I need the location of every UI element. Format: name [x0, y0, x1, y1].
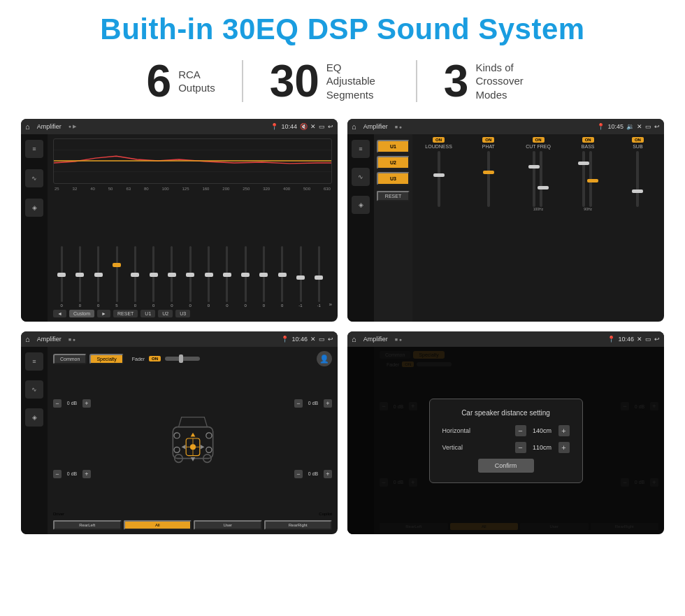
vol-rr-plus[interactable]: + — [324, 470, 332, 478]
loudness-on-badge[interactable]: ON — [433, 137, 445, 143]
all-btn[interactable]: All — [124, 520, 192, 530]
bass-on-badge[interactable]: ON — [582, 137, 594, 143]
speaker-main: Common Specialty Fader ON 👤 — [48, 347, 338, 534]
rearleft-btn[interactable]: RearLeft — [53, 520, 122, 530]
eq-slider-7[interactable]: 0 — [182, 246, 199, 308]
preset-u3-btn[interactable]: U3 — [377, 172, 410, 185]
screen2-home-icon[interactable]: ⌂ — [352, 122, 356, 131]
vol-control-fl: − 0 dB + — [53, 399, 91, 408]
eq-slider-4[interactable]: 0 — [127, 246, 143, 308]
eq-freq-labels: 253240506380100125160200250320400500630 — [53, 187, 332, 191]
vol-fl-minus[interactable]: − — [53, 399, 62, 408]
eq-wave-icon[interactable]: ∿ — [25, 169, 43, 187]
svg-marker-19 — [178, 417, 207, 427]
eq-sliders: 0 0 0 5 0 0 0 0 0 0 0 0 0 -1 -1 — [53, 194, 332, 308]
vol-fr-plus[interactable]: + — [324, 399, 332, 408]
dialog-vertical-label: Vertical — [442, 444, 463, 451]
vertical-minus-btn[interactable]: − — [515, 442, 526, 453]
eq-reset-btn[interactable]: RESET — [113, 310, 138, 317]
vol-fr-minus[interactable]: − — [294, 399, 303, 408]
screen3-status-icons: 📍 10:46 ✕ ▭ ↩ — [281, 336, 333, 343]
eq-slider-11[interactable]: 0 — [255, 246, 272, 308]
speaker-filter-icon[interactable]: ≡ — [25, 352, 43, 371]
eq-slider-3[interactable]: 5 — [108, 246, 125, 308]
svg-point-29 — [189, 444, 195, 450]
crossover-wave-icon[interactable]: ∿ — [352, 168, 370, 186]
eq-slider-0[interactable]: 0 — [53, 246, 70, 308]
screen4-app-name: Amplifier — [363, 336, 388, 343]
screen4-time: 10:46 — [618, 336, 634, 343]
speaker-wave-icon[interactable]: ∿ — [25, 380, 43, 399]
screen1-back-icon[interactable]: ↩ — [328, 123, 333, 130]
eq-slider-2[interactable]: 0 — [90, 246, 107, 308]
screen4-location-icon: 📍 — [607, 336, 615, 343]
vol-fl-plus[interactable]: + — [82, 399, 91, 408]
home-icon[interactable]: ⌂ — [25, 122, 30, 131]
eq-slider-14[interactable]: -1 — [310, 246, 327, 308]
vol-rr-minus[interactable]: − — [294, 470, 303, 478]
horizontal-plus-btn[interactable]: + — [558, 425, 570, 436]
eq-slider-9[interactable]: 0 — [219, 246, 236, 308]
eq-u2-btn[interactable]: U2 — [158, 310, 173, 317]
cutfreq-slider-svg[interactable] — [528, 151, 549, 207]
preset-u2-btn[interactable]: U2 — [377, 156, 410, 169]
eq-u1-btn[interactable]: U1 — [140, 310, 155, 317]
screen2-back-icon[interactable]: ↩ — [654, 123, 660, 130]
loudness-slider-svg[interactable]: 0 — [431, 151, 447, 207]
eq-prev-btn[interactable]: ◄ — [53, 310, 66, 317]
vol-rl-plus[interactable]: + — [82, 470, 91, 478]
eq-slider-1[interactable]: 0 — [71, 246, 88, 308]
cutfreq-on-badge[interactable]: ON — [533, 137, 545, 143]
vol-rl-minus[interactable]: − — [53, 470, 62, 478]
eq-volume-icon[interactable]: ◈ — [25, 199, 43, 217]
vertical-plus-btn[interactable]: + — [558, 442, 570, 453]
eq-filter-icon[interactable]: ≡ — [25, 140, 43, 158]
user-btn[interactable]: User — [194, 520, 262, 530]
person-icon[interactable]: 👤 — [317, 351, 332, 366]
eq-next-btn[interactable]: ► — [97, 310, 110, 317]
bass-freq: 90Hz — [584, 207, 592, 211]
rearright-btn[interactable]: RearRight — [264, 520, 333, 530]
tab-specialty-btn[interactable]: Specialty — [89, 354, 123, 364]
sub-on-badge[interactable]: ON — [632, 137, 644, 143]
eq-slider-13[interactable]: -1 — [292, 246, 309, 308]
bass-slider-svg[interactable] — [577, 151, 598, 207]
svg-marker-30 — [190, 433, 195, 437]
screen3-home-icon[interactable]: ⌂ — [25, 335, 30, 343]
eq-graph — [53, 138, 332, 184]
sub-slider-svg[interactable] — [630, 151, 645, 207]
tab-common-btn[interactable]: Common — [53, 354, 87, 364]
svg-point-22 — [174, 433, 180, 438]
crossover-vol-icon[interactable]: ◈ — [352, 196, 370, 214]
phat-slider-svg[interactable] — [481, 151, 496, 207]
screens-grid: ⌂ Amplifier ● ▶ 📍 10:44 🔇 ✕ ▭ ↩ ≡ ∿ ◈ — [21, 119, 664, 534]
crossover-filter-icon[interactable]: ≡ — [352, 140, 370, 158]
screen4-home-icon[interactable]: ⌂ — [352, 335, 356, 343]
screen2-status-icons: 📍 10:45 🔉 ✕ ▭ ↩ — [597, 123, 660, 130]
fader-on-badge[interactable]: ON — [149, 356, 161, 361]
crossover-reset-btn[interactable]: RESET — [377, 191, 410, 201]
confirm-button[interactable]: Confirm — [478, 459, 534, 473]
stat-rca-number: 6 — [147, 59, 172, 103]
screen3-back-icon[interactable]: ↩ — [328, 336, 333, 343]
speaker-balance-icon[interactable]: ◈ — [25, 408, 43, 427]
screen4-back-icon[interactable]: ↩ — [654, 336, 660, 343]
dialog-horizontal-label: Horizontal — [442, 427, 471, 434]
eq-slider-12[interactable]: 0 — [274, 246, 291, 308]
eq-slider-6[interactable]: 0 — [164, 246, 180, 308]
preset-u1-btn[interactable]: U1 — [377, 140, 410, 153]
eq-slider-5[interactable]: 0 — [145, 246, 161, 308]
screen2-side-controls: ≡ ∿ ◈ — [347, 134, 374, 322]
eq-slider-10[interactable]: 0 — [237, 246, 254, 308]
screen1-status-icons: 📍 10:44 🔇 ✕ ▭ ↩ — [271, 123, 333, 130]
screen1-status-bar: ⌂ Amplifier ● ▶ 📍 10:44 🔇 ✕ ▭ ↩ — [21, 119, 338, 134]
screen2-dots: ■ ● — [395, 124, 402, 129]
phat-on-badge[interactable]: ON — [482, 137, 494, 143]
expand-icon[interactable]: » — [329, 301, 331, 308]
eq-slider-8[interactable]: 0 — [200, 246, 217, 308]
fader-slider[interactable] — [165, 357, 200, 361]
eq-custom-btn[interactable]: Custom — [69, 310, 94, 317]
speaker-tabs: Common Specialty — [53, 354, 124, 364]
eq-u3-btn[interactable]: U3 — [175, 310, 190, 317]
horizontal-minus-btn[interactable]: − — [515, 425, 526, 436]
